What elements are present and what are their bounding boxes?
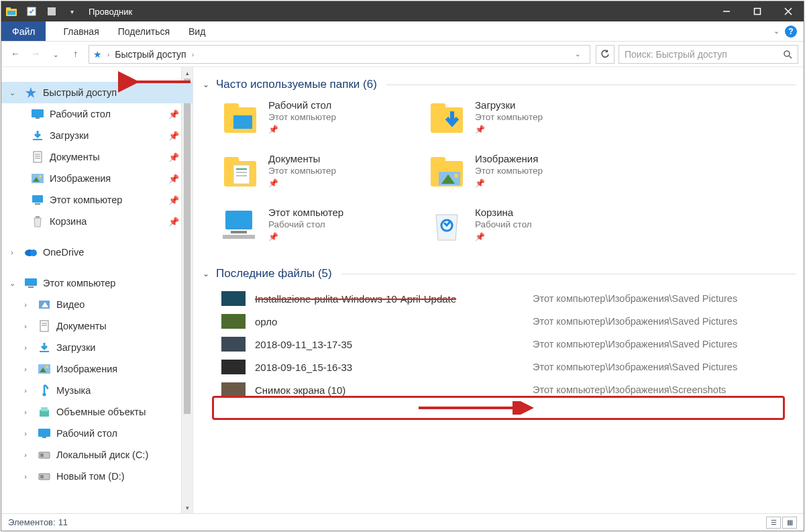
ribbon-expand-icon[interactable]: ⌄ [773,27,780,36]
minimize-button[interactable] [711,1,742,21]
address-location[interactable]: Быстрый доступ [115,49,186,60]
pin-icon: 📌 [168,131,179,141]
chevron-right-icon[interactable]: › [19,365,32,373]
recent-file-row[interactable]: Installazione-pulita-Windows-10-April-Up… [221,287,796,310]
recent-file-row[interactable]: Снимок экрана (10)Этот компьютер\Изображ… [221,378,796,401]
file-thumbnail [221,337,246,352]
help-icon[interactable]: ? [785,25,797,38]
nav-recent-dropdown[interactable]: ⌄ [47,45,64,64]
breadcrumb-chevron-icon[interactable]: › [107,50,110,58]
pin-icon: 📌 [168,217,179,227]
tree-this-pc-child[interactable]: ›Рабочий стол [1,423,193,444]
recent-file-row[interactable]: орлоЭтот компьютер\Изображения\Saved Pic… [221,310,796,333]
chevron-right-icon[interactable]: › [19,429,32,437]
chevron-right-icon[interactable]: › [19,472,32,480]
folder-type-icon [38,362,51,376]
tab-home[interactable]: Главная [54,21,108,41]
svg-rect-4 [48,7,56,15]
folder-type-icon [38,427,51,440]
ribbon: Файл Главная Поделиться Вид ⌄ ? [1,21,804,42]
tree-this-pc-child[interactable]: ›Музыка [1,380,193,401]
view-details-button[interactable]: ☰ [766,517,781,529]
quick-access-star-icon: ★ [93,49,102,60]
frequent-folder-item[interactable]: КорзинаРабочий стол📌 [428,205,629,255]
chevron-right-icon[interactable]: › [19,451,32,459]
tab-share[interactable]: Поделиться [109,21,179,41]
frequent-folder-item[interactable]: ИзображенияЭтот компьютер📌 [428,152,629,201]
tree-this-pc-pinned[interactable]: Этот компьютер 📌 [1,189,193,211]
tree-this-pc-child[interactable]: ›Документы [1,315,193,337]
tab-view[interactable]: Вид [179,21,215,41]
tree-this-pc[interactable]: ⌄ Этот компьютер [1,272,193,294]
address-dropdown-icon[interactable]: ⌄ [570,46,586,63]
tree-item-label: Видео [56,299,179,310]
tree-desktop[interactable]: Рабочий стол 📌 [1,103,193,125]
tree-pictures[interactable]: Изображения 📌 [1,168,193,189]
qat-dropdown-icon[interactable]: ▾ [62,1,82,21]
chevron-down-icon[interactable]: ⌄ [203,80,209,89]
title-bar: ▾ Проводник [1,1,804,21]
tree-downloads[interactable]: Загрузки 📌 [1,125,193,146]
chevron-right-icon[interactable]: › [19,343,32,352]
svg-rect-54 [224,157,239,164]
file-path: Этот компьютер\Изображения\Saved Picture… [533,362,737,372]
svg-rect-49 [224,103,239,110]
chevron-right-icon[interactable]: › [5,248,19,256]
folder-location: Этот компьютер [268,166,336,176]
nav-up-button[interactable]: ↑ [67,44,85,63]
svg-rect-66 [223,235,255,239]
nav-back-button[interactable]: ← [7,44,24,63]
folder-location: Этот компьютер [268,112,336,122]
recent-file-row[interactable]: 2018-09-11_13-17-35Этот компьютер\Изобра… [221,333,796,356]
explorer-window: ▾ Проводник Файл Главная Поделиться Вид … [1,1,804,531]
frequent-folder-item[interactable]: ЗагрузкиЭтот компьютер📌 [428,98,629,148]
chevron-right-icon[interactable]: › [19,408,32,416]
chevron-right-icon[interactable]: › [19,386,32,394]
view-large-icons-button[interactable]: ▦ [782,517,797,529]
tree-documents[interactable]: Документы 📌 [1,146,193,168]
folder-icon [221,205,259,243]
tree-onedrive[interactable]: › OneDrive [1,242,193,263]
svg-rect-50 [233,115,252,129]
search-input[interactable]: Поиск: Быстрый доступ [619,45,798,64]
refresh-button[interactable] [596,45,614,64]
svg-rect-13 [32,109,44,117]
maximize-button[interactable] [742,1,773,21]
frequent-folder-item[interactable]: ДокументыЭтот компьютер📌 [221,152,423,201]
file-tab[interactable]: Файл [1,21,46,41]
chevron-right-icon[interactable]: › [19,301,32,309]
desktop-icon [31,107,44,121]
tree-item-label: Рабочий стол [56,428,179,439]
nav-forward-button[interactable]: → [27,44,44,63]
svg-rect-29 [28,286,34,288]
breadcrumb-chevron-icon[interactable]: › [192,50,195,58]
recent-file-row[interactable]: 2018-09-16_15-16-33Этот компьютер\Изобра… [221,356,796,378]
file-path: Этот компьютер\Изображения\Saved Picture… [533,293,737,304]
pin-icon: 📌 [268,178,336,188]
chevron-down-icon[interactable]: ⌄ [5,279,19,288]
close-button[interactable] [773,1,804,21]
navigation-pane: ▴▾ ⌄ Быстрый доступ Рабочий стол 📌 Загру… [1,67,193,513]
frequent-folder-item[interactable]: Рабочий столЭтот компьютер📌 [221,98,423,148]
tree-this-pc-child[interactable]: ›Объемные объекты [1,401,193,423]
tree-this-pc-child[interactable]: ›Загрузки [1,337,193,358]
qat-newfolder-icon[interactable] [42,1,62,21]
svg-rect-24 [35,203,40,205]
folder-type-icon [38,319,51,333]
chevron-down-icon[interactable]: ⌄ [203,269,209,278]
group-header-folders[interactable]: ⌄ Часто используемые папки (6) [203,78,796,91]
tree-this-pc-child[interactable]: ›Новый том (D:) [1,466,193,487]
chevron-down-icon[interactable]: ⌄ [5,89,19,97]
content-pane: ⌄ Часто используемые папки (6) Рабочий с… [193,67,804,513]
chevron-right-icon[interactable]: › [19,322,32,330]
tree-recycle-bin[interactable]: Корзина 📌 [1,211,193,232]
frequent-folder-item[interactable]: Этот компьютерРабочий стол📌 [221,205,423,255]
address-bar[interactable]: ★ › Быстрый доступ › ⌄ [89,45,590,64]
tree-this-pc-child[interactable]: ›Изображения [1,358,193,380]
svg-point-63 [454,174,458,178]
group-header-recent[interactable]: ⌄ Последние файлы (5) [203,267,796,280]
tree-this-pc-child[interactable]: ›Локальный диск (C:) [1,444,193,466]
tree-this-pc-child[interactable]: ›Видео [1,294,193,315]
qat-properties-icon[interactable] [21,1,42,21]
svg-marker-11 [25,87,36,98]
